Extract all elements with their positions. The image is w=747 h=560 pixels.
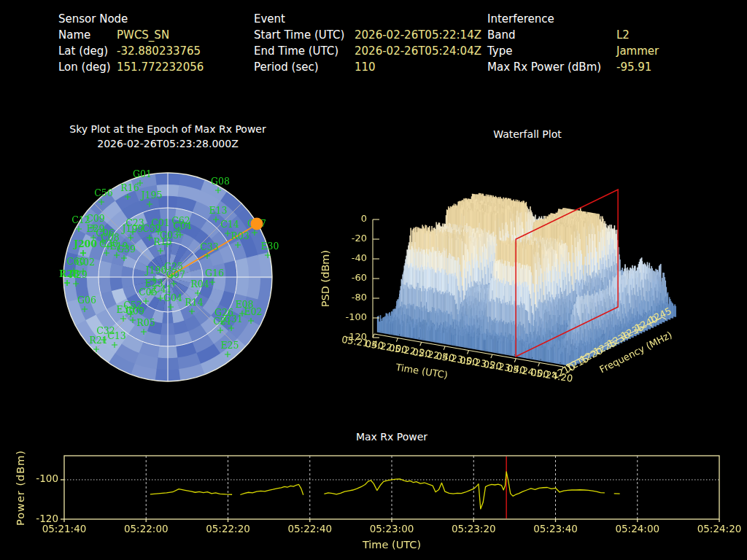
event-start-value: 2026-02-26T05:22:14Z	[355, 28, 481, 42]
interference-type-label: Type	[487, 44, 512, 58]
interference-band-label: Band	[487, 28, 516, 42]
interference-band-value: L2	[616, 28, 630, 42]
interference-power-value: -95.91	[616, 61, 651, 74]
event-title: Event	[254, 12, 285, 26]
sensor-lat-value: -32.880233765	[117, 44, 201, 58]
event-end-label: End Time (UTC)	[254, 44, 338, 58]
sky-plot-canvas	[36, 149, 299, 397]
interference-title: Interference	[487, 12, 554, 26]
event-start-label: Start Time (UTC)	[254, 28, 344, 42]
event-period-value: 110	[355, 61, 376, 74]
sensor-node-title: Sensor Node	[58, 12, 128, 26]
event-end-value: 2026-02-26T05:24:04Z	[355, 44, 481, 58]
sensor-lat-label: Lat (deg)	[58, 44, 108, 58]
sky-plot-subtitle: 2026-02-26T05:23:28.000Z	[29, 138, 306, 149]
waterfall-canvas	[299, 131, 747, 414]
interference-power-label: Max Rx Power (dBm)	[487, 61, 601, 74]
sensor-name-label: Name	[58, 28, 90, 42]
sensor-lon-value: 151.772232056	[117, 61, 204, 74]
power-y-axis-label: Power (dBm)	[15, 440, 26, 535]
interference-type-value: Jammer	[616, 44, 659, 58]
sensor-name-value: PWCS_SN	[117, 28, 169, 42]
power-x-axis-label: Time (UTC)	[333, 539, 450, 551]
sensor-lon-label: Lon (deg)	[58, 61, 111, 74]
sky-plot-title: Sky Plot at the Epoch of Max Rx Power	[29, 123, 306, 135]
dashboard: Sensor Node Name PWCS_SN Lat (deg) -32.8…	[0, 0, 747, 560]
event-period-label: Period (sec)	[254, 61, 319, 74]
